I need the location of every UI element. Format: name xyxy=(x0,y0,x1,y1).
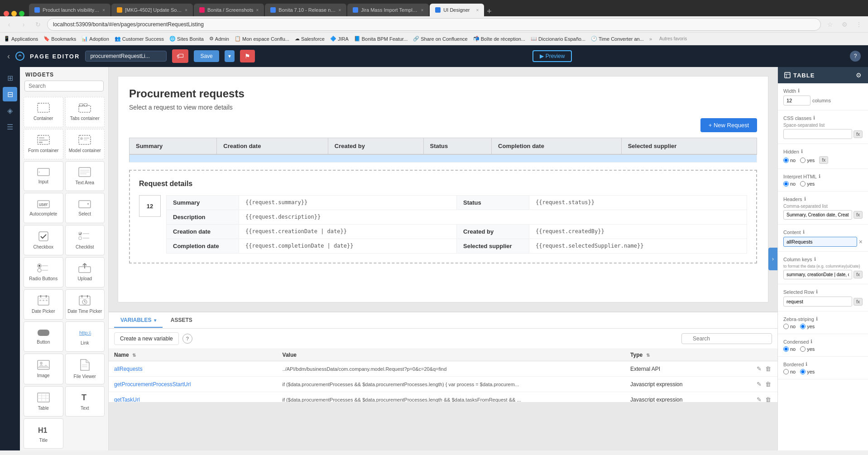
bookmark-bonita-bpm[interactable]: 📘 Bonita BPM Featur... xyxy=(354,36,408,42)
new-request-button[interactable]: + New Request xyxy=(700,118,757,132)
hidden-fx-btn[interactable]: fx xyxy=(819,156,828,164)
interpret-html-yes-radio[interactable] xyxy=(800,181,806,187)
bookmark-espace-conflu[interactable]: 📋 Mon espace Conflu... xyxy=(235,36,289,42)
widget-file-viewer[interactable]: File Viewer xyxy=(65,354,105,385)
edit-var-btn[interactable]: ✎ xyxy=(756,380,762,388)
condensed-info-icon[interactable]: ℹ xyxy=(810,339,812,345)
interpret-html-info-icon[interactable]: ℹ xyxy=(819,173,820,179)
headers-input[interactable] xyxy=(783,210,852,220)
save-button[interactable]: Save xyxy=(194,50,219,62)
widget-datetime-picker[interactable]: Date Time Picker xyxy=(65,289,105,320)
search-variables-input[interactable] xyxy=(681,333,772,344)
minimize-window-btn[interactable] xyxy=(11,11,17,16)
widget-date-picker[interactable]: Date Picker xyxy=(24,289,63,320)
tab-5-ui-designer[interactable]: UI Designer × xyxy=(430,4,484,16)
widget-autocomplete[interactable]: user Autocomplete xyxy=(24,193,63,223)
widget-text[interactable]: T Text xyxy=(65,386,105,417)
forward-nav-btn[interactable]: › xyxy=(18,19,29,30)
info-button[interactable]: ? xyxy=(850,51,861,62)
widget-form-container[interactable]: Form container xyxy=(24,129,63,159)
bookmark-admin[interactable]: ⚙ Admin xyxy=(209,36,229,42)
bookmark-apps[interactable]: 📱 Applications xyxy=(4,36,38,42)
tab-2[interactable]: Bonita / Screenshots × xyxy=(194,4,264,16)
column-keys-info-icon[interactable]: ℹ xyxy=(814,256,816,262)
new-tab-btn[interactable]: + xyxy=(487,7,492,16)
variables-help-button[interactable]: ? xyxy=(182,334,192,344)
width-info-icon[interactable]: ℹ xyxy=(798,88,800,94)
delete-button[interactable]: ⚑ xyxy=(240,50,255,62)
bookmark-share-confluence[interactable]: 🔗 Share on Confluence xyxy=(413,36,467,42)
css-classes-input[interactable] xyxy=(783,129,852,139)
width-number-input[interactable] xyxy=(783,96,810,105)
other-bookmarks[interactable]: Autres favoris xyxy=(659,36,687,41)
widget-input[interactable]: Input xyxy=(24,161,63,192)
widget-checkbox[interactable]: Checkbox xyxy=(24,225,63,255)
widget-link[interactable]: http:// Link xyxy=(65,321,105,352)
page-name-input[interactable] xyxy=(85,51,167,62)
selected-row-info-icon[interactable]: ℹ xyxy=(816,289,818,295)
var-table-row[interactable]: allRequests ../API/bdm/businessData/com.… xyxy=(109,361,777,377)
tab-0[interactable]: Product launch visibility - Goog... × xyxy=(29,4,110,16)
widget-button[interactable]: Button xyxy=(24,321,63,352)
widget-container[interactable]: Container xyxy=(24,97,63,127)
bookmark-diccionario[interactable]: 📖 Diccionario Españo... xyxy=(531,36,585,42)
hidden-info-icon[interactable]: ℹ xyxy=(801,148,803,154)
widgets-search-input[interactable] xyxy=(24,81,104,91)
bookmark-btn[interactable]: ☆ xyxy=(825,19,835,30)
headers-info-icon[interactable]: ℹ xyxy=(804,196,806,202)
column-keys-fx-btn[interactable]: fx xyxy=(854,271,863,278)
content-clear-btn[interactable]: × xyxy=(859,238,863,245)
sidebar-widgets-icon[interactable]: ⊟ xyxy=(3,87,17,101)
column-keys-input[interactable] xyxy=(783,270,852,279)
condensed-no-radio[interactable] xyxy=(783,346,789,352)
table-row[interactable] xyxy=(129,154,757,163)
tab-1[interactable]: [MKG-4502] Update Sourcefore... × xyxy=(111,4,193,16)
menu-btn[interactable]: ⋮ xyxy=(854,19,864,30)
zebra-yes-radio[interactable] xyxy=(800,324,806,329)
reload-btn[interactable]: ↻ xyxy=(33,19,43,30)
extensions-btn[interactable]: ⚙ xyxy=(839,19,850,30)
bookmark-sites-bonita[interactable]: 🌐 Sites Bonita xyxy=(169,36,204,42)
content-input[interactable] xyxy=(783,237,857,247)
css-classes-info-icon[interactable]: ℹ xyxy=(813,115,815,121)
tag-button[interactable]: 🏷 xyxy=(172,49,188,63)
sort-type-icon[interactable]: ⇅ xyxy=(646,353,650,358)
sidebar-assets-icon[interactable]: ◈ xyxy=(3,103,17,118)
widget-image[interactable]: Image xyxy=(24,354,63,385)
bookmarks-more[interactable]: » xyxy=(649,36,652,42)
zebra-no-radio[interactable] xyxy=(783,324,789,329)
widget-text-area[interactable]: Text Area xyxy=(65,161,105,192)
var-table-row[interactable]: getProcurementProcessStartUrl if ($data.… xyxy=(109,377,777,392)
widget-tabs-container[interactable]: Tabs container xyxy=(65,97,105,127)
hidden-no-radio[interactable] xyxy=(783,158,789,163)
sort-name-icon[interactable]: ⇅ xyxy=(132,353,136,358)
edit-var-btn[interactable]: ✎ xyxy=(756,395,762,402)
delete-var-btn[interactable]: 🗑 xyxy=(764,380,772,388)
css-classes-fx-btn[interactable]: fx xyxy=(854,130,863,138)
widget-table[interactable]: Table xyxy=(24,386,63,417)
bookmark-bookmarks[interactable]: 🔖 Bookmarks xyxy=(43,36,76,42)
panel-settings-btn[interactable]: ⚙ xyxy=(856,72,862,79)
maximize-window-btn[interactable] xyxy=(19,11,24,16)
selected-row-fx-btn[interactable]: fx xyxy=(854,298,863,306)
var-table-row[interactable]: getTaskUrl if ($data.procurementProcesse… xyxy=(109,392,777,402)
sidebar-pages-icon[interactable]: ⊞ xyxy=(3,71,17,85)
panel-collapse-button[interactable]: › xyxy=(768,248,777,270)
bookmark-customer-success[interactable]: 👥 Customer Success xyxy=(115,36,164,42)
widget-radio-buttons[interactable]: Radio Buttons xyxy=(24,257,63,287)
zebra-striping-info-icon[interactable]: ℹ xyxy=(816,316,818,322)
headers-fx-btn[interactable]: fx xyxy=(854,211,863,219)
bookmark-salesforce[interactable]: ☁ Salesforce xyxy=(295,36,325,42)
sidebar-nav-icon[interactable]: ☰ xyxy=(3,120,17,134)
back-nav-btn[interactable]: ‹ xyxy=(4,19,14,30)
widget-upload[interactable]: Upload xyxy=(65,257,105,287)
content-info-icon[interactable]: ℹ xyxy=(803,229,805,235)
widget-title[interactable]: H1 Title xyxy=(24,418,63,449)
create-variable-button[interactable]: Create a new variable xyxy=(114,332,179,345)
edit-var-btn[interactable]: ✎ xyxy=(756,364,762,373)
selected-row-input[interactable] xyxy=(783,297,852,307)
bordered-no-radio[interactable] xyxy=(783,369,789,374)
back-button[interactable]: ‹ xyxy=(7,52,10,61)
interpret-html-no-radio[interactable] xyxy=(783,181,789,187)
hidden-yes-radio[interactable] xyxy=(800,158,806,163)
